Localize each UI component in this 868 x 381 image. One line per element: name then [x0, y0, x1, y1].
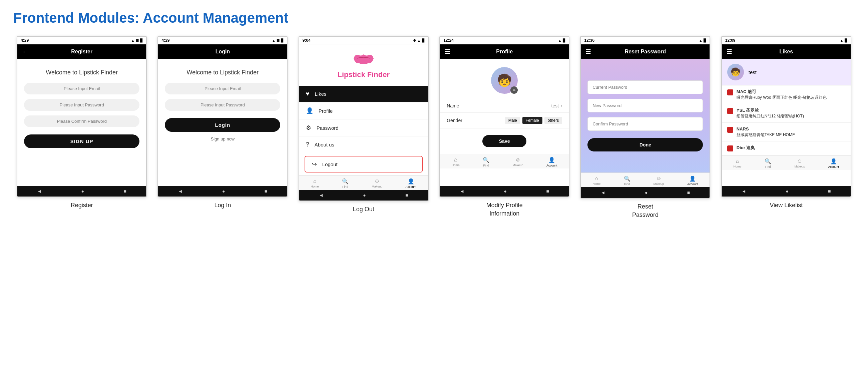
gender-female-btn[interactable]: Female — [522, 117, 542, 124]
menu-item-likes[interactable]: ♥ Likes — [299, 86, 428, 102]
nav-makeup-profile[interactable]: ☺ Makeup — [513, 157, 523, 167]
nav-home-label-reset: Home — [592, 182, 600, 186]
register-content: Welcome to Lipstick Finder SIGN UP — [17, 59, 146, 158]
nav-find-reset[interactable]: 🔍 Find — [624, 176, 630, 186]
like-item-dior[interactable]: Dior 迪奥 — [722, 141, 851, 155]
home-android-reset[interactable]: ● — [645, 190, 648, 195]
nav-find-label-reset: Find — [624, 183, 630, 186]
menu-item-aboutus[interactable]: ? About us — [299, 136, 428, 153]
modules-row: 4:29 ▲ ☰ ▉ ← Register Welcome to Lipstic… — [13, 36, 855, 219]
like-item-ysl[interactable]: YSL 圣罗兰 细管轻奢纯口红N°112 轻奢蜜桃(HOT) — [722, 104, 851, 123]
email-field-register[interactable] — [24, 83, 140, 94]
recent-android-likes[interactable]: ■ — [828, 189, 831, 194]
app-bar-likes: ☰ Likes — [722, 44, 851, 59]
save-profile-button[interactable]: Save — [483, 135, 527, 147]
android-nav-logout: ◄ ● ■ — [299, 190, 428, 200]
home-icon-likes: ⌂ — [736, 158, 739, 164]
back-android-likes[interactable]: ◄ — [742, 189, 746, 194]
nav-account-reset[interactable]: 👤 Account — [687, 176, 698, 186]
nav-find-logout[interactable]: 🔍 Find — [342, 178, 349, 189]
home-android-login[interactable]: ● — [222, 189, 225, 194]
menu-button-likes[interactable]: ☰ — [726, 48, 732, 55]
like-swatch-mac — [727, 89, 733, 95]
nav-home-likes[interactable]: ⌂ Home — [733, 158, 741, 168]
done-button[interactable]: Done — [587, 138, 703, 152]
gender-male-btn[interactable]: Male — [505, 117, 520, 124]
nav-makeup-likes[interactable]: ☺ Makeup — [794, 158, 805, 168]
menu-button-reset[interactable]: ☰ — [585, 48, 591, 55]
avatar-profile[interactable]: 🧒 ✏ — [491, 67, 518, 94]
like-item-mac[interactable]: MAC 魅可 哑光唇膏Ruby Woo 雾面正红色 哑光-鲜艳蓝调红色 — [722, 86, 851, 104]
status-icons-likes: ▲ ▉ — [840, 39, 847, 42]
find-icon-likes: 🔍 — [765, 158, 771, 164]
password-field-login[interactable] — [165, 99, 280, 111]
phone-profile: 12:24 ▲ ▉ ☰ Profile 🧒 ✏ — [439, 36, 569, 197]
nav-makeup-logout[interactable]: ☺ Makeup — [372, 178, 382, 189]
menu-item-password[interactable]: ⚙ Password — [299, 120, 428, 136]
nav-label-find: Find — [342, 185, 348, 189]
android-nav-profile: ◄ ● ■ — [440, 186, 569, 196]
home-android-likes[interactable]: ● — [785, 189, 788, 194]
nav-find-profile[interactable]: 🔍 Find — [483, 157, 489, 167]
user-icon: 👤 — [306, 107, 313, 115]
home-android-logout[interactable]: ● — [363, 192, 366, 198]
password-field-register[interactable] — [24, 99, 140, 111]
recent-android-profile[interactable]: ■ — [546, 189, 549, 194]
gender-label: Gender — [447, 118, 462, 123]
nav-home-reset[interactable]: ⌂ Home — [592, 176, 600, 186]
save-btn-area: Save — [440, 128, 569, 154]
like-brand-mac: MAC 魅可 — [737, 89, 827, 95]
menu-label-password: Password — [317, 125, 339, 131]
avatar-edit-button[interactable]: ✏ — [510, 87, 518, 94]
time-logout: 9:04 — [303, 38, 311, 43]
back-android-profile[interactable]: ◄ — [460, 189, 464, 194]
confirm-password-field-register[interactable] — [24, 116, 140, 127]
back-android-logout[interactable]: ◄ — [319, 192, 323, 198]
current-password-field[interactable] — [587, 81, 703, 94]
home-android-register[interactable]: ● — [82, 189, 84, 194]
email-field-login[interactable] — [165, 83, 280, 94]
back-android-register[interactable]: ◄ — [37, 189, 42, 194]
new-password-field[interactable] — [587, 99, 703, 113]
phone-reset: 12:36 ▲ ▉ ☰ Reset Password Done — [580, 36, 710, 198]
like-item-nars[interactable]: NARS 丝绒雾感唇膏笔TAKE ME HOME — [722, 123, 851, 141]
nav-label-makeup: Makeup — [372, 185, 382, 188]
likes-avatar: 🧒 — [727, 64, 744, 81]
gender-others-btn[interactable]: others — [545, 117, 562, 124]
recent-android-login[interactable]: ■ — [265, 189, 267, 194]
nav-account-logout[interactable]: 👤 Account — [406, 178, 417, 189]
app-bar-reset: ☰ Reset Password — [581, 44, 710, 59]
home-android-profile[interactable]: ● — [504, 189, 507, 194]
nav-label-home: Home — [311, 185, 318, 188]
nav-find-likes[interactable]: 🔍 Find — [765, 158, 771, 168]
menu-label-likes: Likes — [315, 91, 327, 97]
nav-home-profile[interactable]: ⌂ Home — [452, 157, 460, 167]
like-brand-ysl: YSL 圣罗兰 — [737, 107, 804, 114]
back-android-login[interactable]: ◄ — [178, 189, 183, 194]
like-desc-nars: 丝绒雾感唇膏笔TAKE ME HOME — [737, 132, 795, 138]
logout-screen: Lipstick Finder ♥ Likes 👤 Profile ⚙ Pass… — [299, 44, 428, 190]
recent-android-reset[interactable]: ■ — [687, 190, 690, 195]
profile-screen: 🧒 ✏ Name test › Gender Male Female ot — [440, 59, 569, 186]
status-icons-profile: ▲ ▉ — [558, 39, 565, 42]
menu-item-profile[interactable]: 👤 Profile — [299, 102, 428, 120]
back-button-register[interactable]: ← — [22, 49, 28, 55]
nav-makeup-reset[interactable]: ☺ Makeup — [653, 176, 664, 186]
back-android-reset[interactable]: ◄ — [601, 190, 606, 195]
name-value: test › — [551, 103, 562, 108]
signup-button[interactable]: SIGN UP — [24, 134, 140, 148]
nav-home-logout[interactable]: ⌂ Home — [311, 178, 318, 189]
nav-account-likes[interactable]: 👤 Account — [828, 158, 839, 168]
signup-link[interactable]: Sign up now — [211, 136, 235, 141]
recent-android-logout[interactable]: ■ — [405, 192, 408, 198]
module-profile: 12:24 ▲ ▉ ☰ Profile 🧒 ✏ — [436, 36, 573, 218]
recent-android-register[interactable]: ■ — [123, 189, 126, 194]
battery-icon-reset: ▉ — [704, 39, 706, 42]
status-icons-register: ▲ ☰ ▉ — [131, 39, 143, 42]
logout-button[interactable]: ↪ Logout — [305, 156, 423, 172]
confirm-password-field-reset[interactable] — [587, 117, 703, 131]
menu-button-profile[interactable]: ☰ — [445, 48, 450, 55]
status-bar-reset: 12:36 ▲ ▉ — [581, 37, 710, 44]
login-button[interactable]: Login — [165, 118, 280, 132]
nav-account-profile[interactable]: 👤 Account — [547, 157, 557, 167]
